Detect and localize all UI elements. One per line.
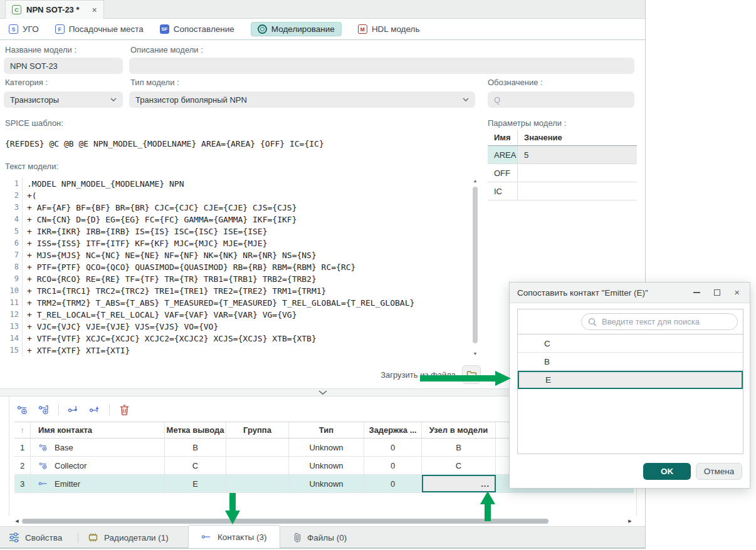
code-text: + CN={CN} D={D} EG={EG} FC={FC} GAMMA={G… [23,214,297,226]
search-icon [588,318,597,326]
search-input[interactable] [602,317,731,326]
tab-contacts-label: Контакты (3) [218,532,267,542]
pin-group [226,457,289,474]
tab-ugo[interactable]: S УГО [9,24,39,34]
move-pin-up-button[interactable] [88,403,102,417]
close-icon[interactable]: × [92,5,97,15]
code-vertical-scrollbar[interactable]: ▲ ▼ [471,178,479,357]
move-pin-down-button[interactable] [66,403,80,417]
model-text-editor[interactable]: 1.MODEL NPN_MODEL_{MODELNAME} NPN 2+( 3+… [5,178,469,356]
pin-icon [38,461,48,470]
code-text: .MODEL NPN_MODEL_{MODELNAME} NPN [23,178,184,190]
collapse-chevron-icon[interactable] [318,390,327,395]
delete-pin-button[interactable] [117,403,131,417]
param-value[interactable] [518,182,637,200]
pin-add-icon [17,404,28,415]
line-number: 6 [5,237,23,249]
minimize-icon[interactable] [693,292,700,293]
ok-button[interactable]: OK [643,463,691,480]
model-type-select[interactable]: Транзистор биполярный NPN [129,91,475,108]
tab-modeling-label: Моделирование [271,24,335,34]
line-number: 2 [5,190,23,202]
param-value[interactable]: 5 [518,146,637,163]
tab-modeling-active[interactable]: Моделирование [251,22,342,36]
column-header-type[interactable]: Тип [289,422,364,438]
param-value[interactable] [518,164,637,182]
column-header-delay[interactable]: Задержка ... [364,422,422,438]
tab-files[interactable]: Файлы (0) [293,527,347,548]
node-list-item-e-selected[interactable]: E [518,371,743,389]
tab-hdl[interactable]: M HDL модель [358,24,420,34]
column-header-pad[interactable]: Метка вывода [165,422,226,438]
column-header-name[interactable]: Имя контакта [31,422,165,438]
footprint-icon: F [55,24,65,34]
pin-move-up-icon [89,405,100,415]
param-row-off[interactable]: OFF [488,164,637,182]
category-select[interactable]: Транзисторы [4,91,123,108]
pin-pad-label: C [165,457,226,474]
close-icon[interactable]: × [734,289,740,296]
tab-parts[interactable]: Радиодетали (1) [88,527,169,548]
scroll-right-icon[interactable]: ▶ [626,519,634,524]
pin-delay: 0 [364,475,422,492]
scroll-left-icon[interactable]: ◀ [13,519,21,524]
sliders-icon [9,532,19,542]
tab-divider [78,532,78,542]
tab-mapping[interactable]: SF Сопоставление [160,24,234,34]
tab-properties[interactable]: Свойства [9,527,62,548]
param-row-ic[interactable]: IC [488,182,637,200]
param-name-header: Имя [488,129,518,145]
ellipsis-button[interactable]: ... [481,479,490,489]
tab-contacts-active[interactable]: Контакты (3) [188,525,280,548]
chevron-down-icon [463,98,469,101]
scrollbar-track[interactable] [21,518,626,524]
model-name-input[interactable] [4,58,123,74]
pin-node[interactable]: C [422,457,496,474]
pin-type: Unknown [289,475,364,492]
code-line: 15+ XTF={XTF} XTI={XTI} [5,345,469,356]
pin-type: Unknown [289,438,364,456]
search-field[interactable] [581,313,738,330]
param-row-area[interactable]: AREA 5 [488,146,637,164]
pin-group-add-icon [38,404,50,415]
add-pin-button[interactable] [16,403,29,417]
pin-node[interactable]: B [422,438,496,456]
mapping-icon: SF [160,24,169,34]
search-row [518,309,743,335]
sort-column-header[interactable]: ↑ [14,422,31,438]
pin-icon [38,480,48,487]
tab-properties-label: Свойства [25,533,62,542]
code-line: 4+ CN={CN} D={D} EG={EG} FC={FC} GAMMA={… [5,214,469,226]
dialog-title-bar[interactable]: Сопоставить контакт "Emitter (E)" × [510,283,750,303]
node-list-item-c[interactable]: C [518,335,743,353]
model-description-label: Описание модели : [130,45,203,54]
maximize-icon[interactable] [714,289,720,296]
param-name: IC [488,182,518,200]
code-line: 12+ T_REL_LOCAL={T_REL_LOCAL} VAF={VAF} … [5,309,469,321]
scroll-up-icon[interactable]: ▲ [471,178,479,184]
spice-template-text[interactable]: {REFDES} @C @B @E NPN_MODEL_{MODELNAME} … [5,139,324,148]
column-header-node[interactable]: Узел в модели [422,422,496,438]
toolbar-separator [58,404,59,415]
document-tab-npn-sot-23[interactable]: C NPN SOT-23 * × [5,0,104,19]
model-text-label: Текст модели: [5,162,58,171]
pin-pad-label: B [165,438,226,456]
model-description-input[interactable] [129,58,634,74]
tab-footprints[interactable]: F Посадочные места [55,24,144,34]
hdl-icon: M [358,24,367,34]
model-params-table: Имя Значение AREA 5 OFF IC [488,129,637,200]
pin-pad-label: E [165,475,226,492]
node-list-item-b[interactable]: B [518,353,743,371]
pins-horizontal-scrollbar[interactable]: ◀ ▶ [13,517,634,525]
scrollbar-thumb[interactable] [473,187,478,343]
add-pin-group-button[interactable] [37,403,51,417]
designator-input[interactable] [488,91,634,108]
category-value: Транзисторы [10,95,59,105]
code-line: 9+ RCO={RCO} RE={RE} TF={TF} TR={TR} TRB… [5,273,469,285]
scroll-down-icon[interactable]: ▼ [471,351,479,357]
scrollbar-thumb[interactable] [22,519,549,524]
annotation-arrow-down [224,493,241,525]
cancel-button[interactable]: Отмена [696,463,742,480]
column-header-group[interactable]: Группа [226,422,289,438]
pin-node-editor[interactable]: ... [422,475,496,492]
